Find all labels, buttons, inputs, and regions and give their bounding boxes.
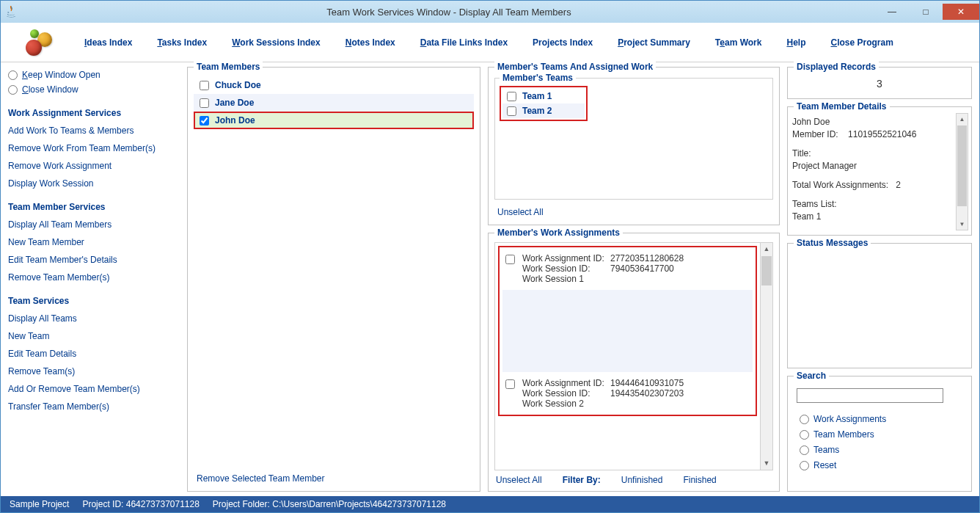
details-scrollbar[interactable]: ▲ ▼ <box>956 113 968 230</box>
link-edit-team-member-details[interactable]: Edit Team Member's Details <box>8 255 180 265</box>
work-scrollbar[interactable]: ▲ ▼ <box>760 243 772 470</box>
team-checkbox[interactable] <box>507 92 516 101</box>
search-input[interactable] <box>797 388 943 403</box>
link-new-team-member[interactable]: New Team Member <box>8 237 180 247</box>
displayed-records-count: 3 <box>794 78 965 90</box>
team-member-checkbox[interactable] <box>200 98 209 108</box>
menu-work-sessions-index[interactable]: Work Sessions Index <box>232 37 321 48</box>
search-reset-radio[interactable]: Reset <box>800 460 965 470</box>
work-assignment-row[interactable]: Work Assignment ID:194446410931075 Work … <box>502 375 753 412</box>
filter-unfinished-link[interactable]: Unfinished <box>621 475 663 485</box>
team-row[interactable]: Team 1 <box>502 89 585 103</box>
menu-close-program[interactable]: Close Program <box>830 37 893 48</box>
scroll-down-arrow[interactable]: ▼ <box>957 219 968 230</box>
members-teams-panel: Member's Teams And Assigned Work Member'… <box>488 67 780 225</box>
twa-label: Total Work Assignments: <box>792 180 888 190</box>
status-project-name: Sample Project <box>10 499 69 509</box>
scroll-thumb[interactable] <box>957 125 967 206</box>
filter-finished-link[interactable]: Finished <box>683 475 716 485</box>
maximize-button[interactable]: □ <box>909 4 943 20</box>
team-member-row-selected[interactable]: John Doe <box>194 112 474 129</box>
work-assignment-row[interactable]: Work Assignment ID:277203511280628 Work … <box>502 250 753 287</box>
search-team-members-radio[interactable]: Team Members <box>800 429 965 440</box>
search-teams-radio[interactable]: Teams <box>800 445 965 455</box>
search-work-assignments-radio[interactable]: Work Assignments <box>800 414 965 424</box>
work-assignment-services-head: Work Assignment Services <box>8 108 180 118</box>
menu-help[interactable]: Help <box>786 37 805 48</box>
link-edit-team-details[interactable]: Edit Team Details <box>8 349 180 359</box>
window-controls: — □ ✕ <box>875 4 979 20</box>
status-project-folder: Project Folder: C:\Users\Darren\Projects… <box>213 499 446 509</box>
link-remove-work-assignment[interactable]: Remove Work Assignment <box>8 161 180 171</box>
menu-project-summary[interactable]: Project Summary <box>618 37 690 48</box>
members-teams-inner: Member's Teams Team 1 Team 2 <box>494 78 773 200</box>
menu-tasks-index[interactable]: Tasks Index <box>157 37 207 48</box>
close-window-radio[interactable]: Close Window <box>8 84 180 95</box>
link-display-all-team-members[interactable]: Display All Team Members <box>8 219 180 230</box>
link-add-remove-team-members[interactable]: Add Or Remove Team Member(s) <box>8 384 180 394</box>
ws-name: Work Session 1 <box>522 274 584 284</box>
ws-name: Work Session 2 <box>522 399 584 409</box>
work-assignment-checkbox[interactable] <box>505 255 515 264</box>
scroll-up-arrow[interactable]: ▲ <box>957 114 968 125</box>
link-display-all-teams[interactable]: Display All Teams <box>8 313 180 324</box>
scroll-down-arrow[interactable]: ▼ <box>761 457 772 470</box>
scroll-thumb[interactable] <box>761 256 772 285</box>
team-member-checkbox[interactable] <box>200 116 209 125</box>
twa-value: 2 <box>896 180 901 190</box>
link-remove-teams[interactable]: Remove Team(s) <box>8 366 180 376</box>
status-messages-legend: Status Messages <box>794 238 871 248</box>
work-assignment-checkbox[interactable] <box>505 379 515 389</box>
search-legend: Search <box>794 371 829 381</box>
team-name: Team 1 <box>522 91 552 101</box>
team-members-panel: Team Members Chuck Doe Jane Doe John Doe… <box>187 67 480 492</box>
menu-ideas-index[interactable]: Ideas Index <box>84 37 132 48</box>
menu-data-file-links-index[interactable]: Data File Links Index <box>420 37 508 48</box>
teams-list-item: Team 1 <box>792 211 954 222</box>
keep-window-open-radio[interactable]: Keep Window Open <box>8 70 180 80</box>
menu-projects-index[interactable]: Projects Index <box>533 37 593 48</box>
link-remove-team-members[interactable]: Remove Team Member(s) <box>8 272 180 283</box>
ws-id-label: Work Session ID: <box>522 388 610 399</box>
app-window: Team Work Services Window - Display All … <box>0 0 980 513</box>
link-transfer-team-members[interactable]: Transfer Team Member(s) <box>8 401 180 412</box>
work-assignment-details: Work Assignment ID:277203511280628 Work … <box>522 253 750 284</box>
team-members-column: Team Members Chuck Doe Jane Doe John Doe… <box>187 67 480 492</box>
link-add-work[interactable]: Add Work To Teams & Members <box>8 125 180 136</box>
link-remove-work-from-member[interactable]: Remove Work From Team Member(s) <box>8 143 180 153</box>
minimize-button[interactable]: — <box>875 4 909 20</box>
remove-selected-team-member-link[interactable]: Remove Selected Team Member <box>194 469 474 485</box>
ws-id-value: 194435402307203 <box>610 388 684 399</box>
team-member-services-head: Team Member Services <box>8 202 180 212</box>
scroll-up-arrow[interactable]: ▲ <box>761 243 772 255</box>
link-display-work-session[interactable]: Display Work Session <box>8 178 180 189</box>
team-member-name: Jane Doe <box>215 98 254 108</box>
displayed-records-panel: Displayed Records 3 <box>787 67 972 99</box>
team-row[interactable]: Team 2 <box>502 103 585 118</box>
wa-id-label: Work Assignment ID: <box>522 253 610 263</box>
menu-team-work[interactable]: Team Work <box>715 37 762 48</box>
team-checkbox[interactable] <box>507 106 516 116</box>
wa-id-label: Work Assignment ID: <box>522 378 610 388</box>
team-member-checkbox[interactable] <box>200 81 209 90</box>
java-icon <box>5 6 17 18</box>
work-assignments-highlight-box: Work Assignment ID:277203511280628 Work … <box>498 246 757 416</box>
right-column: Displayed Records 3 Team Member Details … <box>787 67 972 492</box>
team-member-row[interactable]: Chuck Doe <box>194 76 474 94</box>
sidebar: Keep Window Open Close Window Work Assig… <box>8 67 180 492</box>
link-new-team[interactable]: New Team <box>8 331 180 341</box>
menu-notes-index[interactable]: Notes Index <box>345 37 395 48</box>
team-name: Team 2 <box>522 106 552 116</box>
details-content: John Doe Member ID: 11019552521046 Title… <box>792 114 954 230</box>
team-member-name: Chuck Doe <box>215 80 261 90</box>
team-member-name: John Doe <box>215 115 255 125</box>
unselect-all-teams-link[interactable]: Unselect All <box>494 203 773 219</box>
work-assignments-panel: Member's Work Assignments Work Assignmen… <box>488 233 780 492</box>
app-logo <box>15 28 59 57</box>
unselect-all-work-link[interactable]: Unselect All <box>496 475 542 485</box>
statusbar: Sample Project Project ID: 4642737370711… <box>1 496 979 512</box>
close-button[interactable]: ✕ <box>943 4 979 20</box>
ws-id-label: Work Session ID: <box>522 263 610 274</box>
team-member-row[interactable]: Jane Doe <box>194 94 474 112</box>
work-footer: Unselect All Filter By: Unfinished Finis… <box>494 470 773 485</box>
